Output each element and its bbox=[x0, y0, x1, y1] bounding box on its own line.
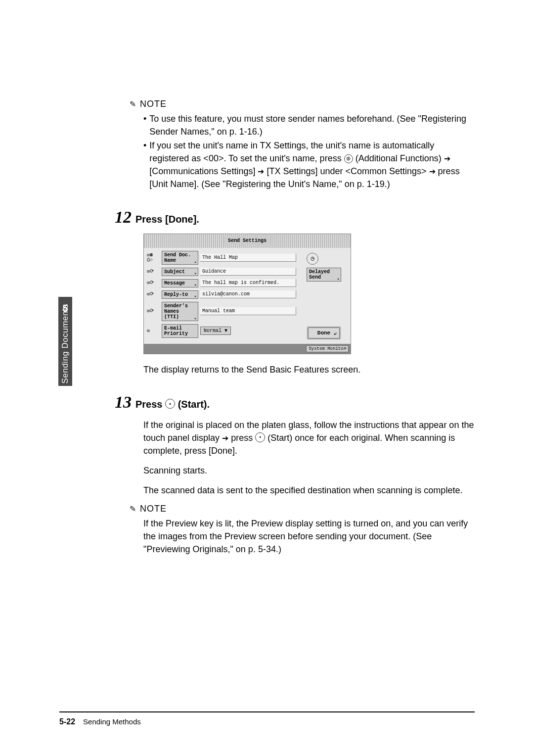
note-heading: ✎ NOTE bbox=[130, 99, 475, 109]
screen-header-title: Send Settings bbox=[224, 237, 270, 244]
scanning-starts: Scanning starts. bbox=[143, 464, 475, 477]
pencil-icon: ✎ bbox=[130, 99, 136, 109]
page-number: 5-22 bbox=[59, 717, 75, 726]
message-row: ✉⟳ Message The hall map is confirmed. bbox=[147, 279, 296, 287]
step-title: Press [Done]. bbox=[135, 214, 199, 225]
email-priority-row: ✉ E-mail Priority Normal ▼ bbox=[147, 324, 296, 338]
send-doc-name-row: ✉☎⎙⟳ Send Doc. Name The Hall Map bbox=[147, 251, 296, 265]
reply-to-button[interactable]: Reply-to bbox=[162, 290, 198, 299]
start-key-icon: • bbox=[165, 399, 175, 409]
email-priority-dropdown[interactable]: Normal ▼ bbox=[200, 327, 231, 335]
senders-names-button[interactable]: Sender's Names (TTI) bbox=[162, 302, 198, 321]
email-priority-label: E-mail Priority bbox=[162, 324, 198, 338]
arrow-icon: ➔ bbox=[444, 154, 450, 163]
scanned-data-sent: The scanned data is sent to the specifie… bbox=[143, 484, 475, 497]
step-12-heading: 12 Press [Done]. bbox=[115, 208, 475, 227]
arrow-icon: ➔ bbox=[222, 434, 228, 442]
note-heading-2: ✎ NOTE bbox=[130, 504, 475, 514]
mail-icon: ✉⟳ bbox=[147, 292, 160, 297]
section-name: Sending Methods bbox=[83, 717, 141, 726]
send-settings-screenshot: Send Settings ✉☎⎙⟳ Send Doc. Name The Ha… bbox=[143, 234, 475, 354]
clock-icon: ◷ bbox=[307, 253, 318, 265]
chapter-title: Sending Documents bbox=[60, 304, 70, 384]
arrow-icon: ➔ bbox=[258, 167, 264, 176]
mail-icon: ✉⟳ bbox=[147, 281, 160, 285]
step-13-heading: 13 Press • (Start). bbox=[115, 393, 475, 412]
subject-button[interactable]: Subject bbox=[162, 268, 198, 276]
reply-to-field: silvia@canon.com bbox=[200, 290, 296, 298]
chapter-side-tab: 5 Sending Documents bbox=[58, 297, 72, 386]
arrow-icon: ➔ bbox=[429, 167, 436, 176]
screen-header: Send Settings bbox=[144, 234, 351, 248]
message-field: The hall map is confirmed. bbox=[200, 279, 296, 287]
step-title: Press • (Start). bbox=[135, 399, 210, 410]
mail-fax-icon: ✉☎⎙⟳ bbox=[147, 253, 160, 263]
step-number: 13 bbox=[115, 393, 132, 412]
note-bullet-1: • To use this feature, you must store se… bbox=[143, 112, 475, 138]
system-monitor-button[interactable]: System Monitor bbox=[306, 345, 349, 352]
mail-icon: ✉⟳ bbox=[147, 309, 160, 314]
subject-field: Guidance bbox=[200, 268, 296, 276]
step-13-instruction: If the original is placed on the platen … bbox=[143, 419, 475, 457]
start-key-icon: • bbox=[255, 432, 265, 442]
additional-functions-icon: ⊛ bbox=[344, 154, 353, 163]
note-bullets: • To use this feature, you must store se… bbox=[143, 112, 475, 191]
done-button[interactable]: Done bbox=[308, 327, 340, 339]
senders-names-row: ✉⟳ Sender's Names (TTI) Manual team bbox=[147, 302, 296, 321]
step-12-result: The display returns to the Send Basic Fe… bbox=[143, 363, 475, 376]
subject-row: ✉⟳ Subject Guidance bbox=[147, 268, 296, 276]
note-bullet-2: • If you set the unit's name in TX Setti… bbox=[143, 139, 475, 190]
screen-footer: System Monitor bbox=[144, 344, 351, 354]
send-doc-name-button[interactable]: Send Doc. Name bbox=[162, 251, 198, 265]
note-label: NOTE bbox=[140, 99, 167, 109]
mail-icon: ✉⟳ bbox=[147, 269, 160, 274]
mail-icon: ✉ bbox=[147, 329, 160, 333]
send-doc-name-field: The Hall Map bbox=[200, 254, 296, 262]
step-number: 12 bbox=[115, 208, 132, 227]
senders-names-field: Manual team bbox=[200, 307, 296, 315]
delayed-send-button[interactable]: Delayed Send bbox=[307, 268, 341, 282]
page-footer: 5-22 Sending Methods bbox=[59, 711, 475, 726]
reply-to-row: ✉⟳ Reply-to silvia@canon.com bbox=[147, 290, 296, 299]
message-button[interactable]: Message bbox=[162, 279, 198, 287]
note-2-body: If the Preview key is lit, the Preview d… bbox=[143, 517, 475, 556]
note-label-2: NOTE bbox=[140, 504, 167, 514]
chevron-down-icon: ▼ bbox=[224, 328, 227, 333]
pencil-icon: ✎ bbox=[130, 504, 136, 514]
